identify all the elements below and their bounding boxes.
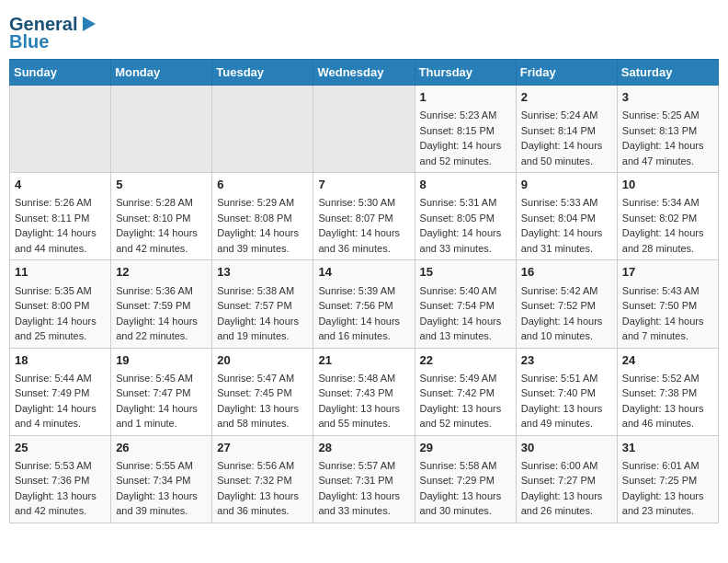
- calendar-cell: 26Sunrise: 5:55 AM Sunset: 7:34 PM Dayli…: [111, 435, 212, 523]
- day-number: 15: [420, 264, 511, 281]
- day-number: 8: [420, 177, 511, 193]
- calendar-cell: 24Sunrise: 5:52 AM Sunset: 7:38 PM Dayli…: [617, 348, 718, 435]
- day-number: 7: [318, 177, 409, 193]
- calendar-cell: 28Sunrise: 5:57 AM Sunset: 7:31 PM Dayli…: [313, 435, 415, 523]
- day-info: Sunrise: 5:52 AM Sunset: 7:38 PM Dayligh…: [622, 371, 713, 431]
- calendar-cell: 18Sunrise: 5:44 AM Sunset: 7:49 PM Dayli…: [10, 348, 111, 435]
- header-thursday: Thursday: [415, 60, 516, 86]
- calendar-cell: 13Sunrise: 5:38 AM Sunset: 7:57 PM Dayli…: [212, 260, 313, 348]
- day-number: 21: [318, 352, 409, 369]
- day-info: Sunrise: 5:35 AM Sunset: 8:00 PM Dayligh…: [15, 283, 106, 344]
- calendar-cell: 21Sunrise: 5:48 AM Sunset: 7:43 PM Dayli…: [313, 348, 415, 435]
- calendar-cell: 30Sunrise: 6:00 AM Sunset: 7:27 PM Dayli…: [516, 435, 617, 523]
- calendar-cell: 3Sunrise: 5:25 AM Sunset: 8:13 PM Daylig…: [617, 86, 718, 173]
- day-info: Sunrise: 5:58 AM Sunset: 7:29 PM Dayligh…: [420, 458, 511, 519]
- day-info: Sunrise: 5:47 AM Sunset: 7:45 PM Dayligh…: [217, 371, 308, 431]
- day-number: 10: [622, 177, 713, 193]
- header-friday: Friday: [516, 60, 617, 86]
- day-info: Sunrise: 5:38 AM Sunset: 7:57 PM Dayligh…: [217, 283, 308, 344]
- calendar-cell: 11Sunrise: 5:35 AM Sunset: 8:00 PM Dayli…: [10, 260, 111, 348]
- calendar-cell: 2Sunrise: 5:24 AM Sunset: 8:14 PM Daylig…: [516, 86, 617, 173]
- day-number: 12: [116, 264, 207, 281]
- calendar-table: SundayMondayTuesdayWednesdayThursdayFrid…: [9, 59, 719, 523]
- calendar-cell: 9Sunrise: 5:33 AM Sunset: 8:04 PM Daylig…: [516, 173, 617, 260]
- day-number: 11: [15, 264, 106, 281]
- logo: General Blue: [9, 14, 99, 52]
- header-tuesday: Tuesday: [212, 60, 313, 86]
- day-number: 23: [521, 352, 612, 369]
- day-info: Sunrise: 5:40 AM Sunset: 7:54 PM Dayligh…: [420, 283, 511, 344]
- day-info: Sunrise: 5:24 AM Sunset: 8:14 PM Dayligh…: [521, 108, 612, 168]
- day-info: Sunrise: 6:00 AM Sunset: 7:27 PM Dayligh…: [521, 458, 612, 519]
- day-info: Sunrise: 5:31 AM Sunset: 8:05 PM Dayligh…: [420, 195, 511, 256]
- day-number: 30: [521, 440, 612, 456]
- calendar-cell: 29Sunrise: 5:58 AM Sunset: 7:29 PM Dayli…: [415, 435, 516, 523]
- page-header: General Blue: [9, 9, 719, 52]
- calendar-cell: 15Sunrise: 5:40 AM Sunset: 7:54 PM Dayli…: [415, 260, 516, 348]
- calendar-header-row: SundayMondayTuesdayWednesdayThursdayFrid…: [10, 60, 719, 86]
- calendar-week-3: 11Sunrise: 5:35 AM Sunset: 8:00 PM Dayli…: [10, 260, 719, 348]
- day-number: 22: [420, 352, 511, 369]
- calendar-cell: [313, 86, 415, 173]
- day-info: Sunrise: 5:43 AM Sunset: 7:50 PM Dayligh…: [622, 283, 713, 344]
- calendar-cell: [10, 86, 111, 173]
- day-number: 1: [420, 89, 511, 106]
- day-info: Sunrise: 5:29 AM Sunset: 8:08 PM Dayligh…: [217, 195, 308, 256]
- day-info: Sunrise: 5:42 AM Sunset: 7:52 PM Dayligh…: [521, 283, 612, 344]
- day-number: 13: [217, 264, 308, 281]
- calendar-cell: 1Sunrise: 5:23 AM Sunset: 8:15 PM Daylig…: [415, 86, 516, 173]
- calendar-cell: 8Sunrise: 5:31 AM Sunset: 8:05 PM Daylig…: [415, 173, 516, 260]
- day-info: Sunrise: 5:49 AM Sunset: 7:42 PM Dayligh…: [420, 371, 511, 431]
- day-number: 28: [318, 440, 409, 456]
- day-number: 27: [217, 440, 308, 456]
- calendar-cell: 25Sunrise: 5:53 AM Sunset: 7:36 PM Dayli…: [10, 435, 111, 523]
- calendar-cell: 19Sunrise: 5:45 AM Sunset: 7:47 PM Dayli…: [111, 348, 212, 435]
- day-info: Sunrise: 5:44 AM Sunset: 7:49 PM Dayligh…: [15, 371, 106, 431]
- calendar-cell: 10Sunrise: 5:34 AM Sunset: 8:02 PM Dayli…: [617, 173, 718, 260]
- day-info: Sunrise: 5:45 AM Sunset: 7:47 PM Dayligh…: [116, 371, 207, 431]
- day-number: 29: [420, 440, 511, 456]
- calendar-week-2: 4Sunrise: 5:26 AM Sunset: 8:11 PM Daylig…: [10, 173, 719, 260]
- calendar-cell: 22Sunrise: 5:49 AM Sunset: 7:42 PM Dayli…: [415, 348, 516, 435]
- day-number: 24: [622, 352, 713, 369]
- calendar-cell: 4Sunrise: 5:26 AM Sunset: 8:11 PM Daylig…: [10, 173, 111, 260]
- logo-blue: Blue: [9, 31, 49, 52]
- calendar-cell: 12Sunrise: 5:36 AM Sunset: 7:59 PM Dayli…: [111, 260, 212, 348]
- logo-arrow-icon: [79, 14, 99, 34]
- day-number: 6: [217, 177, 308, 193]
- day-number: 17: [622, 264, 713, 281]
- calendar-week-5: 25Sunrise: 5:53 AM Sunset: 7:36 PM Dayli…: [10, 435, 719, 523]
- day-info: Sunrise: 5:48 AM Sunset: 7:43 PM Dayligh…: [318, 371, 409, 431]
- calendar-cell: 5Sunrise: 5:28 AM Sunset: 8:10 PM Daylig…: [111, 173, 212, 260]
- day-number: 19: [116, 352, 207, 369]
- day-info: Sunrise: 5:51 AM Sunset: 7:40 PM Dayligh…: [521, 371, 612, 431]
- calendar-cell: [111, 86, 212, 173]
- day-number: 26: [116, 440, 207, 456]
- day-number: 14: [318, 264, 409, 281]
- calendar-week-1: 1Sunrise: 5:23 AM Sunset: 8:15 PM Daylig…: [10, 86, 719, 173]
- day-info: Sunrise: 5:57 AM Sunset: 7:31 PM Dayligh…: [318, 458, 409, 519]
- day-info: Sunrise: 5:30 AM Sunset: 8:07 PM Dayligh…: [318, 195, 409, 256]
- day-info: Sunrise: 5:23 AM Sunset: 8:15 PM Dayligh…: [420, 108, 511, 168]
- calendar-cell: 16Sunrise: 5:42 AM Sunset: 7:52 PM Dayli…: [516, 260, 617, 348]
- header-wednesday: Wednesday: [313, 60, 415, 86]
- header-monday: Monday: [111, 60, 212, 86]
- day-number: 9: [521, 177, 612, 193]
- day-info: Sunrise: 5:26 AM Sunset: 8:11 PM Dayligh…: [15, 195, 106, 256]
- calendar-cell: 6Sunrise: 5:29 AM Sunset: 8:08 PM Daylig…: [212, 173, 313, 260]
- day-number: 3: [622, 89, 713, 106]
- calendar-cell: 14Sunrise: 5:39 AM Sunset: 7:56 PM Dayli…: [313, 260, 415, 348]
- day-info: Sunrise: 6:01 AM Sunset: 7:25 PM Dayligh…: [622, 458, 713, 519]
- calendar-cell: 7Sunrise: 5:30 AM Sunset: 8:07 PM Daylig…: [313, 173, 415, 260]
- day-number: 31: [622, 440, 713, 456]
- day-info: Sunrise: 5:34 AM Sunset: 8:02 PM Dayligh…: [622, 195, 713, 256]
- day-number: 5: [116, 177, 207, 193]
- day-info: Sunrise: 5:53 AM Sunset: 7:36 PM Dayligh…: [15, 458, 106, 519]
- day-number: 16: [521, 264, 612, 281]
- calendar-cell: 27Sunrise: 5:56 AM Sunset: 7:32 PM Dayli…: [212, 435, 313, 523]
- day-info: Sunrise: 5:33 AM Sunset: 8:04 PM Dayligh…: [521, 195, 612, 256]
- header-saturday: Saturday: [617, 60, 718, 86]
- header-sunday: Sunday: [10, 60, 111, 86]
- day-info: Sunrise: 5:55 AM Sunset: 7:34 PM Dayligh…: [116, 458, 207, 519]
- day-info: Sunrise: 5:36 AM Sunset: 7:59 PM Dayligh…: [116, 283, 207, 344]
